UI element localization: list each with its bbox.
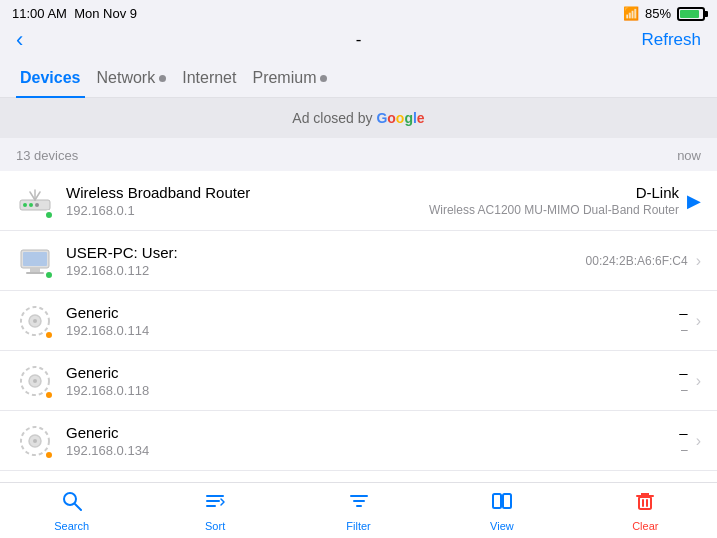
view-toolbar-item[interactable]: View [430, 490, 573, 532]
device-item-router[interactable]: Wireless Broadband Router 192.168.0.1 D-… [0, 171, 717, 231]
svg-rect-9 [26, 272, 44, 274]
svg-point-13 [33, 319, 37, 323]
sort-label: Sort [205, 520, 225, 532]
filter-icon [348, 490, 370, 517]
device-icon-router [16, 182, 54, 220]
pc-name: USER-PC: User: [66, 244, 586, 261]
search-toolbar-item[interactable]: Search [0, 490, 143, 532]
device-item-generic-1[interactable]: Generic 192.168.0.114 – – › [0, 291, 717, 351]
device-count-bar: 13 devices now [0, 140, 717, 171]
clear-icon [634, 490, 656, 517]
tab-premium[interactable]: Premium [248, 59, 331, 97]
clear-label: Clear [632, 520, 658, 532]
generic1-chevron-icon: › [696, 312, 701, 330]
generic1-ip: 192.168.0.114 [66, 323, 679, 338]
clear-toolbar-item[interactable]: Clear [574, 490, 717, 532]
svg-line-27 [75, 504, 81, 510]
svg-rect-8 [30, 268, 40, 272]
router-play-icon: ▶ [687, 190, 701, 212]
svg-rect-10 [23, 252, 47, 266]
router-ip: 192.168.0.1 [66, 203, 429, 218]
generic2-chevron-icon: › [696, 372, 701, 390]
svg-point-26 [64, 493, 76, 505]
view-icon [491, 490, 513, 517]
device-info-generic-1: Generic 192.168.0.114 [66, 304, 679, 338]
pc-status-dot [44, 270, 54, 280]
battery-icon [677, 7, 705, 21]
generic1-right: – – [679, 304, 687, 337]
tab-internet[interactable]: Internet [178, 59, 240, 97]
router-right: D-Link Wireless AC1200 MU-MIMO Dual-Band… [429, 184, 679, 217]
back-button[interactable]: ‹ [16, 29, 23, 51]
device-count: 13 devices [16, 148, 78, 163]
pc-chevron-icon: › [696, 252, 701, 270]
svg-point-16 [33, 379, 37, 383]
view-label: View [490, 520, 514, 532]
generic1-status-dot [44, 330, 54, 340]
device-item-pc[interactable]: USER-PC: User: 192.168.0.112 00:24:2B:A6… [0, 231, 717, 291]
battery-percent: 85% [645, 6, 671, 21]
generic3-right: – – [679, 424, 687, 457]
device-icon-generic-2 [16, 362, 54, 400]
status-bar: 11:00 AM Mon Nov 9 📶 85% [0, 0, 717, 25]
pc-right: 00:24:2B:A6:6F:C4 [586, 254, 688, 268]
device-info-generic-2: Generic 192.168.0.118 [66, 364, 679, 398]
sort-icon [204, 490, 226, 517]
ad-bar: Ad closed by Google [0, 98, 717, 138]
tabs-bar: Devices Network Internet Premium [0, 59, 717, 98]
nav-bar: ‹ - Refresh [0, 25, 717, 59]
google-logo: Google [376, 110, 424, 126]
generic3-name: Generic [66, 424, 679, 441]
network-dot [159, 75, 166, 82]
svg-rect-34 [493, 494, 501, 508]
search-label: Search [54, 520, 89, 532]
nav-title: - [356, 30, 362, 50]
search-icon [61, 490, 83, 517]
device-timestamp: now [677, 148, 701, 163]
svg-point-2 [29, 203, 33, 207]
device-icon-pc [16, 242, 54, 280]
device-info-generic-3: Generic 192.168.0.134 [66, 424, 679, 458]
filter-label: Filter [346, 520, 370, 532]
generic2-ip: 192.168.0.118 [66, 383, 679, 398]
device-info-pc: USER-PC: User: 192.168.0.112 [66, 244, 586, 278]
premium-dot [320, 75, 327, 82]
device-info-router: Wireless Broadband Router 192.168.0.1 [66, 184, 429, 218]
refresh-button[interactable]: Refresh [641, 30, 701, 50]
bottom-toolbar: Search Sort Filter [0, 482, 717, 538]
svg-rect-36 [639, 497, 651, 509]
sort-toolbar-item[interactable]: Sort [143, 490, 286, 532]
svg-point-3 [35, 203, 39, 207]
router-model: Wireless AC1200 MU-MIMO Dual-Band Router [429, 203, 679, 217]
router-status-dot [44, 210, 54, 220]
svg-point-19 [33, 439, 37, 443]
filter-toolbar-item[interactable]: Filter [287, 490, 430, 532]
generic3-ip: 192.168.0.134 [66, 443, 679, 458]
svg-rect-35 [503, 494, 511, 508]
tab-devices[interactable]: Devices [16, 59, 85, 97]
router-brand: D-Link [636, 184, 679, 201]
device-icon-generic-3 [16, 422, 54, 460]
status-time-date: 11:00 AM Mon Nov 9 [12, 6, 137, 21]
generic1-name: Generic [66, 304, 679, 321]
tab-network[interactable]: Network [93, 59, 171, 97]
generic3-status-dot [44, 450, 54, 460]
generic3-chevron-icon: › [696, 432, 701, 450]
wifi-icon: 📶 [623, 6, 639, 21]
device-item-generic-2[interactable]: Generic 192.168.0.118 – – › [0, 351, 717, 411]
pc-ip: 192.168.0.112 [66, 263, 586, 278]
generic2-name: Generic [66, 364, 679, 381]
router-name: Wireless Broadband Router [66, 184, 429, 201]
generic2-right: – – [679, 364, 687, 397]
device-icon-generic-1 [16, 302, 54, 340]
device-item-generic-3[interactable]: Generic 192.168.0.134 – – › [0, 411, 717, 471]
generic2-status-dot [44, 390, 54, 400]
pc-mac: 00:24:2B:A6:6F:C4 [586, 254, 688, 268]
svg-point-1 [23, 203, 27, 207]
